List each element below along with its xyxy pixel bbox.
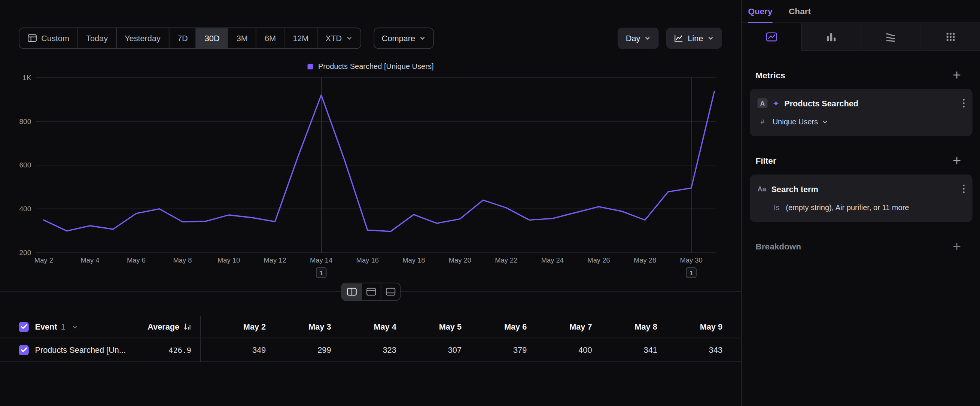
- tab-chart-label: Chart: [789, 7, 811, 16]
- text-property-icon: Aa: [758, 185, 766, 193]
- layout-split-button[interactable]: [342, 283, 361, 300]
- metric-name[interactable]: Products Searched: [784, 99, 958, 108]
- x-axis-label: May 10: [218, 256, 240, 264]
- table-cell: 349: [200, 345, 266, 355]
- layout-top-button[interactable]: [361, 283, 381, 300]
- filter-operator[interactable]: Is: [774, 203, 780, 212]
- filter-condition-row: Is (empty string), Air purifier, or 11 m…: [758, 201, 965, 215]
- x-axis-label: May 2: [35, 256, 53, 264]
- range-label: Custom: [41, 33, 69, 43]
- date-columns-header: May 2May 3May 4May 5May 6May 7May 8May 9: [200, 316, 741, 338]
- table-cell: 307: [396, 345, 461, 355]
- add-metric-button[interactable]: [951, 69, 963, 81]
- range-30d-button[interactable]: 30D: [196, 28, 228, 48]
- filter-row[interactable]: Aa Search term: [758, 182, 965, 196]
- table-column-header[interactable]: May 6: [461, 322, 527, 331]
- table-column-header[interactable]: May 5: [396, 322, 461, 331]
- filter-options-button[interactable]: [963, 184, 965, 194]
- x-axis-label: May 12: [264, 256, 286, 264]
- range-3m-button[interactable]: 3M: [228, 28, 256, 48]
- row-event-cell[interactable]: Products Searched [Un...: [0, 345, 137, 355]
- add-filter-button[interactable]: [951, 155, 963, 166]
- chart-canvas[interactable]: 2004006008001KMay 2May 4May 6May 8May 10…: [0, 71, 741, 279]
- table-column-header[interactable]: May 9: [657, 322, 741, 331]
- filter-value[interactable]: (empty string), Air purifier, or 11 more: [786, 203, 909, 212]
- range-7d-button[interactable]: 7D: [169, 28, 196, 48]
- average-label: Average: [148, 322, 179, 331]
- range-label: 3M: [237, 33, 248, 43]
- legend-item[interactable]: Products Searched [Unique Users]: [308, 62, 434, 70]
- x-axis-label: May 26: [587, 256, 610, 264]
- layout-bottom-icon: [385, 288, 396, 296]
- row-checkbox[interactable]: [19, 345, 29, 355]
- granularity-label: Day: [626, 33, 641, 43]
- chevron-down-icon: [644, 33, 651, 43]
- x-axis-label: May 18: [402, 256, 425, 264]
- table-cell: 299: [266, 345, 331, 355]
- filter-property-name[interactable]: Search term: [771, 184, 957, 194]
- range-custom-button[interactable]: Custom: [19, 28, 78, 48]
- range-yesterday-button[interactable]: Yesterday: [116, 28, 169, 48]
- table-column-header[interactable]: May 3: [266, 322, 331, 331]
- chart-type-flow-tab[interactable]: [861, 23, 920, 51]
- line-series[interactable]: [44, 91, 714, 231]
- date-range-control: Custom Today Yesterday 7D 30D 3M 6M 12M …: [19, 27, 361, 49]
- sort-icon: [183, 323, 191, 331]
- table-header-row: Event 1 Average May 2May 3May 4May 5May …: [0, 316, 741, 338]
- metric-card: A ✦ Products Searched # Unique Users: [750, 89, 972, 136]
- event-count: 1: [61, 322, 65, 331]
- table-cell: 323: [331, 345, 396, 355]
- compare-label: Compare: [382, 33, 415, 43]
- range-12m-button[interactable]: 12M: [284, 28, 317, 48]
- x-axis-label: May 20: [449, 256, 471, 264]
- x-axis-label: May 6: [127, 256, 146, 264]
- range-xtd-button[interactable]: XTD: [317, 28, 361, 48]
- table-column-header[interactable]: May 4: [331, 322, 396, 331]
- granularity-button[interactable]: Day: [618, 27, 659, 49]
- range-today-button[interactable]: Today: [78, 28, 116, 48]
- range-6m-button[interactable]: 6M: [256, 28, 284, 48]
- chart-type-button[interactable]: Line: [666, 27, 722, 49]
- y-axis-label: 600: [19, 161, 31, 169]
- grid-chart-icon: [945, 31, 956, 42]
- svg-text:1: 1: [320, 270, 323, 277]
- chevron-down-icon: [420, 33, 426, 43]
- aggregation-label: Unique Users: [773, 118, 818, 126]
- plus-icon: [952, 242, 961, 251]
- table-column-header[interactable]: May 7: [527, 322, 592, 331]
- chart-type-bar-tab[interactable]: [801, 23, 861, 51]
- metric-options-button[interactable]: [963, 98, 965, 108]
- range-label: 12M: [293, 33, 309, 43]
- toolbar: Custom Today Yesterday 7D 30D 3M 6M 12M …: [19, 27, 722, 49]
- chart-type-grid-tab[interactable]: [920, 23, 980, 51]
- compare-button[interactable]: Compare: [374, 27, 434, 49]
- layout-bottom-button[interactable]: [381, 283, 400, 300]
- tab-query[interactable]: Query: [748, 0, 773, 22]
- tab-chart[interactable]: Chart: [789, 0, 811, 22]
- x-axis-label: May 4: [81, 256, 99, 264]
- range-label: Yesterday: [125, 33, 161, 43]
- table-cell: 343: [657, 345, 741, 355]
- chart-type-line-tab[interactable]: [742, 23, 801, 51]
- table-column-header[interactable]: May 8: [592, 322, 657, 331]
- range-label: XTD: [325, 33, 341, 43]
- event-checkbox[interactable]: [19, 322, 29, 332]
- svg-text:1: 1: [689, 270, 693, 277]
- event-header[interactable]: Event 1: [0, 322, 137, 332]
- aggregation-selector[interactable]: Unique Users: [773, 118, 828, 126]
- calendar-icon: [27, 34, 37, 42]
- kebab-icon: [963, 184, 965, 194]
- table-row: Products Searched [Un... 426.9 349299323…: [0, 338, 741, 362]
- annotation-marker[interactable]: 1: [686, 268, 696, 278]
- row-name: Products Searched [Un...: [35, 345, 126, 355]
- table-column-header[interactable]: May 2: [200, 322, 266, 331]
- plus-icon: [952, 156, 961, 165]
- sidebar-tabs: Query Chart: [742, 0, 980, 23]
- metric-row[interactable]: A ✦ Products Searched: [758, 96, 965, 110]
- breakdown-heading: Breakdown: [756, 242, 802, 251]
- add-breakdown-button[interactable]: [951, 241, 963, 252]
- average-header[interactable]: Average: [137, 322, 200, 331]
- metrics-section-header: Metrics: [756, 69, 963, 81]
- annotation-marker[interactable]: 1: [316, 268, 326, 278]
- line-chart: 2004006008001KMay 2May 4May 6May 8May 10…: [0, 71, 741, 279]
